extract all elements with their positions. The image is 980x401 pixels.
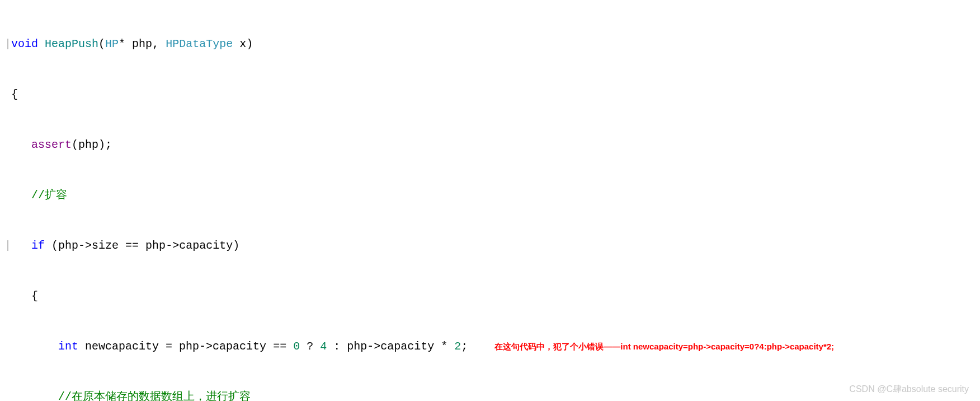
param: php bbox=[125, 36, 152, 53]
expr: (php bbox=[45, 237, 78, 254]
op: : bbox=[327, 338, 347, 355]
member: capacity bbox=[380, 338, 434, 355]
keyword-int: int bbox=[58, 338, 78, 355]
indent bbox=[4, 187, 31, 204]
code-line: int newcapacity = php->capacity == 0 ? 4… bbox=[4, 338, 980, 355]
assert-call: assert bbox=[31, 137, 72, 153]
arrow: -> bbox=[78, 237, 92, 254]
indent bbox=[4, 389, 58, 401]
number: 0 bbox=[293, 338, 300, 355]
number: 4 bbox=[320, 338, 327, 355]
args: (php); bbox=[72, 137, 112, 153]
comma: , bbox=[152, 36, 166, 53]
op: ? bbox=[300, 338, 320, 355]
indent bbox=[4, 288, 31, 305]
number: 2 bbox=[454, 338, 461, 355]
indent bbox=[4, 137, 31, 153]
ident: php bbox=[145, 237, 166, 254]
arrow: -> bbox=[367, 338, 380, 355]
code-line: { bbox=[4, 86, 980, 103]
semi: ; bbox=[461, 338, 468, 355]
function-name: HeapPush bbox=[38, 36, 98, 53]
param: x bbox=[233, 36, 246, 53]
op: = bbox=[159, 338, 179, 355]
member: size bbox=[92, 237, 119, 254]
op: == bbox=[119, 237, 145, 254]
comment: //在原本储存的数据数组上，进行扩容 bbox=[58, 389, 251, 401]
ident: php bbox=[179, 338, 199, 355]
ident: php bbox=[347, 338, 367, 355]
arrow: -> bbox=[199, 338, 213, 355]
keyword-if: if bbox=[31, 237, 45, 254]
brace-open: { bbox=[11, 86, 18, 103]
op: * bbox=[434, 338, 454, 355]
code-line: assert(php); bbox=[4, 137, 980, 153]
guide-pipe: | bbox=[4, 36, 11, 53]
keyword-void: void bbox=[11, 36, 38, 53]
annotation-red: 在这句代码中，犯了个小错误——int newcapacity=php->capa… bbox=[494, 338, 834, 355]
paren: ) bbox=[246, 36, 253, 53]
code-line: |void HeapPush(HP* php, HPDataType x) bbox=[4, 36, 980, 53]
op: * bbox=[119, 36, 125, 53]
op: == bbox=[266, 338, 293, 355]
type: HP bbox=[105, 36, 119, 53]
arrow: -> bbox=[166, 237, 179, 254]
code-line: | if (php->size == php->capacity) bbox=[4, 237, 980, 254]
paren: ) bbox=[233, 237, 239, 254]
type: HPDataType bbox=[166, 36, 233, 53]
guide-pipe: | bbox=[4, 237, 11, 254]
member: capacity bbox=[179, 237, 233, 254]
code-line: //扩容 bbox=[4, 187, 980, 204]
comment: //扩容 bbox=[31, 187, 67, 204]
code-line: //在原本储存的数据数组上，进行扩容 bbox=[4, 389, 980, 401]
paren: ( bbox=[98, 36, 105, 53]
brace-open: { bbox=[31, 288, 38, 305]
var: newcapacity bbox=[78, 338, 159, 355]
code-line: { bbox=[4, 288, 980, 305]
indent bbox=[4, 338, 58, 355]
code-editor-viewport: |void HeapPush(HP* php, HPDataType x) { … bbox=[0, 0, 980, 401]
member: capacity bbox=[213, 338, 266, 355]
